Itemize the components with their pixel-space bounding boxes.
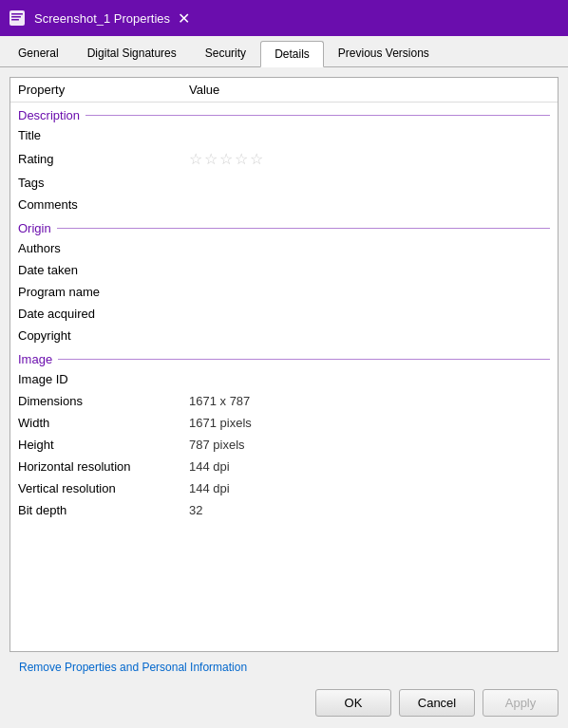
- prop-height-label: Height: [10, 434, 181, 456]
- content-area: Property Value Description Title: [0, 67, 568, 681]
- table-row[interactable]: Tags: [10, 172, 558, 194]
- prop-width-label: Width: [10, 412, 181, 434]
- star-1[interactable]: ☆: [189, 150, 202, 168]
- prop-bit-depth-value: 32: [181, 499, 558, 521]
- section-origin: Origin: [10, 215, 558, 237]
- prop-authors-label: Authors: [10, 237, 181, 259]
- section-label-origin: Origin: [18, 221, 550, 235]
- title-input[interactable]: [189, 128, 550, 142]
- prop-image-id-value: [181, 368, 558, 390]
- prop-date-acquired-value: [181, 303, 558, 325]
- table-header: Property Value: [10, 78, 558, 103]
- table-row: Width 1671 pixels: [10, 412, 558, 434]
- prop-date-taken-value: [181, 259, 558, 281]
- section-description: Description: [10, 103, 558, 125]
- section-image: Image: [10, 346, 558, 368]
- app-icon: [8, 9, 27, 28]
- svg-rect-1: [11, 13, 23, 15]
- prop-program-name-value: [181, 281, 558, 303]
- prop-height-value: 787 pixels: [181, 434, 558, 456]
- prop-title-label: Title: [10, 124, 181, 146]
- tab-details[interactable]: Details: [260, 41, 324, 67]
- tab-digital-signatures[interactable]: Digital Signatures: [73, 40, 191, 66]
- copyright-input[interactable]: [189, 328, 550, 343]
- tab-security[interactable]: Security: [191, 40, 260, 66]
- prop-rating-label: Rating: [10, 146, 181, 172]
- prop-bit-depth-label: Bit depth: [10, 499, 181, 521]
- tab-bar: General Digital Signatures Security Deta…: [0, 36, 568, 67]
- window-title: Screenshot_1 Properties: [34, 11, 170, 26]
- star-4[interactable]: ☆: [235, 150, 248, 168]
- properties-scroll[interactable]: Property Value Description Title: [10, 78, 558, 651]
- prop-dimensions-label: Dimensions: [10, 390, 181, 412]
- section-label-description: Description: [18, 108, 550, 122]
- column-property: Property: [10, 78, 181, 103]
- table-row: Horizontal resolution 144 dpi: [10, 456, 558, 477]
- ok-button[interactable]: OK: [315, 689, 391, 717]
- prop-tags-label: Tags: [10, 172, 181, 194]
- prop-program-name-label: Program name: [10, 281, 181, 303]
- cancel-button[interactable]: Cancel: [399, 689, 475, 717]
- star-3[interactable]: ☆: [219, 150, 233, 168]
- table-row: Date taken: [10, 259, 558, 281]
- prop-copyright-label: Copyright: [10, 325, 181, 346]
- table-row: Image ID: [10, 368, 558, 390]
- close-button[interactable]: ✕: [170, 5, 197, 31]
- prop-width-value: 1671 pixels: [181, 412, 558, 434]
- svg-rect-0: [9, 10, 25, 26]
- apply-button[interactable]: Apply: [483, 689, 559, 717]
- star-2[interactable]: ☆: [204, 150, 218, 168]
- remove-properties-link[interactable]: Remove Properties and Personal Informati…: [19, 661, 247, 674]
- properties-container: Property Value Description Title: [9, 77, 559, 652]
- svg-rect-3: [11, 19, 19, 21]
- star-5[interactable]: ☆: [250, 150, 263, 168]
- prop-image-id-label: Image ID: [10, 368, 181, 390]
- table-row[interactable]: Rating ☆ ☆ ☆ ☆ ☆: [10, 146, 558, 172]
- prop-dimensions-value: 1671 x 787: [181, 390, 558, 412]
- button-row: OK Cancel Apply: [0, 681, 568, 728]
- prop-copyright-value[interactable]: [181, 325, 558, 346]
- star-rating[interactable]: ☆ ☆ ☆ ☆ ☆: [189, 150, 550, 168]
- prop-v-resolution-label: Vertical resolution: [10, 477, 181, 499]
- prop-title-value[interactable]: [181, 124, 558, 146]
- prop-comments-label: Comments: [10, 194, 181, 215]
- tab-previous-versions[interactable]: Previous Versions: [324, 40, 444, 66]
- table-row: Height 787 pixels: [10, 434, 558, 456]
- comments-input[interactable]: [189, 197, 550, 212]
- tags-input[interactable]: [189, 176, 550, 190]
- prop-comments-value[interactable]: [181, 194, 558, 215]
- section-label-image: Image: [18, 352, 550, 366]
- table-row: Program name: [10, 281, 558, 303]
- title-bar: Screenshot_1 Properties ✕: [0, 0, 568, 36]
- prop-rating-value[interactable]: ☆ ☆ ☆ ☆ ☆: [181, 146, 558, 172]
- table-row: Dimensions 1671 x 787: [10, 390, 558, 412]
- table-row[interactable]: Title: [10, 124, 558, 146]
- table-row: Date acquired: [10, 303, 558, 325]
- prop-v-resolution-value: 144 dpi: [181, 477, 558, 499]
- prop-date-taken-label: Date taken: [10, 259, 181, 281]
- prop-tags-value[interactable]: [181, 172, 558, 194]
- table-row: Vertical resolution 144 dpi: [10, 477, 558, 499]
- table-row[interactable]: Comments: [10, 194, 558, 215]
- column-value: Value: [181, 78, 558, 103]
- prop-authors-value[interactable]: [181, 237, 558, 259]
- table-row[interactable]: Copyright: [10, 325, 558, 346]
- authors-input[interactable]: [189, 241, 550, 255]
- prop-date-acquired-label: Date acquired: [10, 303, 181, 325]
- svg-rect-2: [11, 16, 21, 18]
- prop-h-resolution-label: Horizontal resolution: [10, 456, 181, 477]
- prop-h-resolution-value: 144 dpi: [181, 456, 558, 477]
- tab-general[interactable]: General: [4, 40, 73, 66]
- table-row[interactable]: Authors: [10, 237, 558, 259]
- remove-link-row: Remove Properties and Personal Informati…: [9, 652, 559, 681]
- table-row: Bit depth 32: [10, 499, 558, 521]
